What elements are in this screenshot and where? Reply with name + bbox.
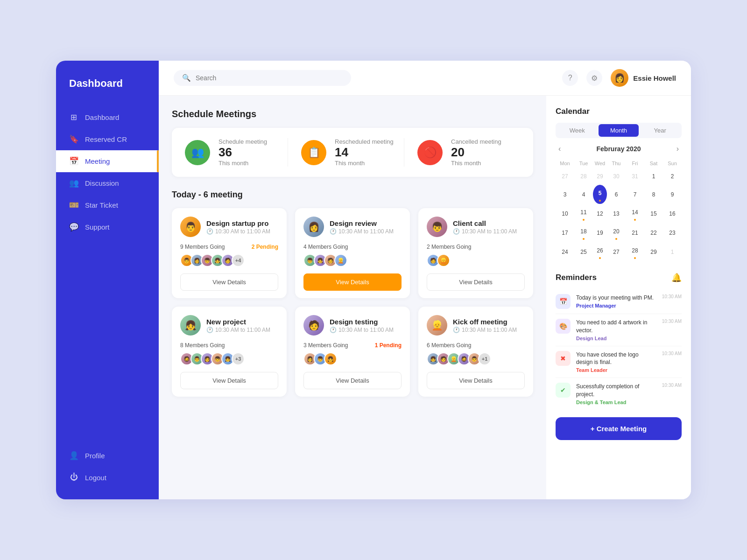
cal-day[interactable]: 20: [607, 223, 626, 242]
sidebar-item-profile[interactable]: 👤 Profile: [56, 445, 159, 467]
cal-day[interactable]: 28: [574, 168, 593, 185]
tab-month[interactable]: Month: [599, 124, 639, 137]
sidebar-item-reserved-cr[interactable]: 🔖 Reserved CR: [56, 128, 159, 150]
members-label: 8 Members Going: [180, 342, 225, 349]
cal-day[interactable]: 8: [644, 185, 663, 204]
cal-day[interactable]: 11: [574, 204, 593, 223]
clock-icon: 🕐: [330, 327, 337, 333]
cal-day[interactable]: 25: [574, 242, 593, 261]
sidebar-item-dashboard[interactable]: ⊞ Dashboard: [56, 106, 159, 128]
next-month-button[interactable]: ›: [674, 145, 682, 153]
cal-day[interactable]: 30: [607, 168, 626, 185]
cancelled-label: Cancelled meeting: [451, 138, 501, 145]
calendar-view-tabs: Week Month Year: [556, 123, 682, 138]
view-details-button[interactable]: View Details: [427, 273, 525, 291]
cal-day[interactable]: 7: [626, 185, 644, 204]
prev-month-button[interactable]: ‹: [556, 145, 564, 153]
cal-day[interactable]: 13: [607, 204, 626, 223]
meeting-card: 👧 New project 🕐 10:30 AM to 11:00 AM 8 M…: [172, 307, 287, 397]
reminder-icon: 🎨: [556, 319, 571, 334]
help-icon[interactable]: ?: [562, 70, 578, 86]
cal-day[interactable]: 31: [626, 168, 644, 185]
reminder-icon: ✔: [556, 383, 571, 398]
cal-day[interactable]: 5: [593, 185, 607, 204]
sidebar-item-discussion[interactable]: 👥 Discussion: [56, 172, 159, 194]
tab-week[interactable]: Week: [557, 124, 598, 137]
calendar-section: Calendar Week Month Year ‹ Februray 2020…: [556, 107, 682, 261]
sidebar-item-support[interactable]: 💬 Support: [56, 216, 159, 238]
clock-icon: 🕐: [330, 228, 337, 235]
view-details-button[interactable]: View Details: [427, 372, 525, 389]
cal-day[interactable]: 28: [626, 242, 644, 261]
search-input[interactable]: [196, 74, 343, 82]
sidebar-item-star-ticket[interactable]: 🎫 Star Ticket: [56, 194, 159, 216]
cal-day[interactable]: 2: [663, 168, 682, 185]
cal-day[interactable]: 23: [663, 223, 682, 242]
cal-day[interactable]: 1: [644, 168, 663, 185]
center-panel: Schedule Meetings 👥 Schedule meeting 36 …: [159, 96, 546, 499]
rescheduled-icon: 📋: [301, 140, 326, 165]
cal-day-header: Thu: [607, 159, 626, 168]
meeting-avatar: 👦: [427, 217, 447, 237]
view-details-button[interactable]: View Details: [180, 273, 278, 291]
cal-day[interactable]: 27: [607, 242, 626, 261]
rescheduled-label: Rescheduled meeting: [335, 138, 394, 145]
cal-day[interactable]: 6: [607, 185, 626, 204]
clock-icon: 🕐: [453, 327, 460, 333]
sidebar-item-meeting[interactable]: 📅 Meeting: [56, 150, 159, 172]
sidebar: Dashboard ⊞ Dashboard 🔖 Reserved CR 📅 Me…: [56, 61, 159, 499]
cal-day[interactable]: 12: [593, 204, 607, 223]
meeting-header: 👦 Client call 🕐 10:30 AM to 11:00 AM: [427, 217, 525, 237]
meeting-avatar: 👩: [303, 217, 324, 237]
cal-day-header: Tue: [574, 159, 593, 168]
bell-icon[interactable]: 🔔: [671, 273, 682, 283]
schedule-sub: This month: [218, 160, 267, 167]
members-row: 3 Members Going 1 Pending: [303, 342, 402, 349]
reminder-tag: Design & Team Lead: [576, 399, 656, 405]
cal-day[interactable]: 29: [593, 168, 607, 185]
cal-day[interactable]: 1: [663, 242, 682, 261]
sidebar-item-label: Logout: [85, 474, 106, 482]
avatar-more: +1: [478, 352, 491, 365]
create-meeting-button[interactable]: + Create Meeting: [556, 417, 682, 440]
cal-day-header: Sun: [663, 159, 682, 168]
cal-day[interactable]: 4: [574, 185, 593, 204]
sidebar-item-logout[interactable]: ⏻ Logout: [56, 467, 159, 488]
cal-day[interactable]: 9: [663, 185, 682, 204]
cal-day[interactable]: 26: [593, 242, 607, 261]
calendar-title: Calendar: [556, 107, 682, 116]
cal-day[interactable]: 21: [626, 223, 644, 242]
cal-day[interactable]: 19: [593, 223, 607, 242]
cal-day[interactable]: 27: [556, 168, 574, 185]
view-details-button[interactable]: View Details: [303, 372, 402, 389]
cancelled-number: 20: [451, 145, 501, 160]
cal-day[interactable]: 16: [663, 204, 682, 223]
clock-icon: 🕐: [453, 228, 460, 235]
meeting-avatar: 👱: [427, 315, 447, 336]
schedule-meetings-title: Schedule Meetings: [172, 109, 533, 119]
cal-day-header: Mon: [556, 159, 574, 168]
reminder-text: Sucessfully completion of project.: [576, 383, 656, 399]
cal-day[interactable]: 15: [644, 204, 663, 223]
calendar-grid: MonTueWedThuFriSatSun 27 28 29 30 31 1 2…: [556, 159, 682, 261]
cal-day[interactable]: 18: [574, 223, 593, 242]
view-details-button[interactable]: View Details: [303, 273, 402, 291]
meeting-card: 👨 Design startup pro 🕐 10:30 AM to 11:00…: [172, 208, 287, 298]
cal-day[interactable]: 14: [626, 204, 644, 223]
user-info[interactable]: 👩 Essie Howell: [611, 69, 676, 87]
cal-day[interactable]: 3: [556, 185, 574, 204]
meeting-time: 🕐 10:30 AM to 11:00 AM: [453, 228, 517, 235]
view-details-button[interactable]: View Details: [180, 372, 278, 389]
members-label: 3 Members Going: [303, 342, 348, 349]
cal-day[interactable]: 17: [556, 223, 574, 242]
avatar: 👩: [611, 69, 628, 87]
cal-day[interactable]: 29: [644, 242, 663, 261]
search-bar[interactable]: 🔍: [174, 70, 351, 86]
cal-day[interactable]: 10: [556, 204, 574, 223]
reminder-item: 🎨 You need to add 4 artwork in vector. D…: [556, 314, 682, 346]
settings-icon[interactable]: ⚙: [586, 70, 602, 86]
cal-day[interactable]: 22: [644, 223, 663, 242]
meeting-name: New project: [206, 318, 270, 326]
cal-day[interactable]: 24: [556, 242, 574, 261]
tab-year[interactable]: Year: [640, 124, 680, 137]
